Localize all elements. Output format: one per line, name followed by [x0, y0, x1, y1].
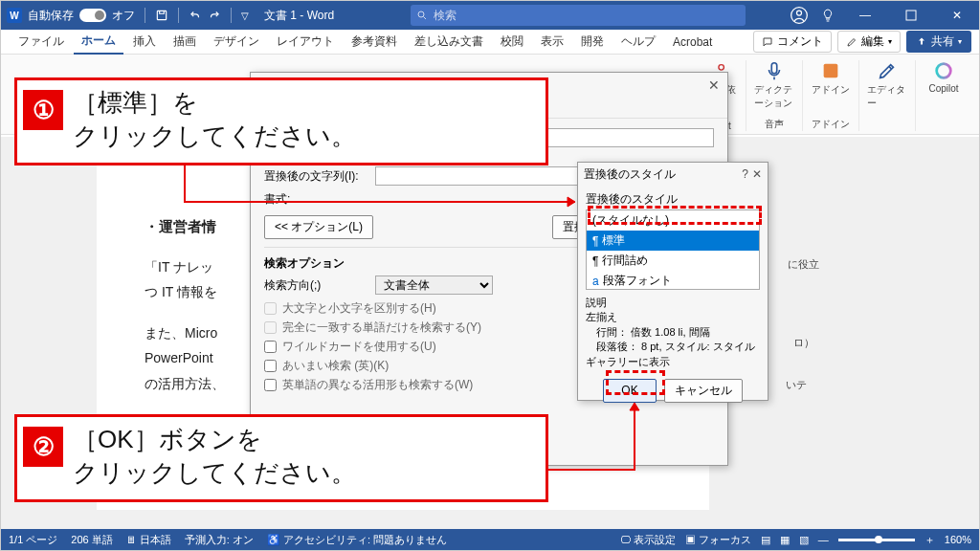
tab-insert[interactable]: 挿入	[125, 30, 164, 54]
help-button[interactable]: ?	[742, 167, 748, 181]
tab-design[interactable]: デザイン	[206, 30, 267, 54]
tab-view[interactable]: 表示	[533, 30, 571, 54]
copilot-button[interactable]: Copilot	[924, 60, 964, 94]
status-page[interactable]: 1/1 ページ	[9, 533, 57, 547]
close-button[interactable]: ✕	[935, 1, 979, 30]
zoom-slider[interactable]	[838, 539, 915, 541]
view-print-icon[interactable]: ▤	[761, 534, 770, 546]
status-lang[interactable]: 🗏 日本語	[126, 533, 171, 547]
tab-review[interactable]: 校閲	[493, 30, 531, 54]
autosave-toggle[interactable]: 自動保存 オフ	[28, 8, 135, 24]
style-item-nospace[interactable]: ¶行間詰め	[587, 251, 759, 271]
svg-rect-7	[824, 64, 838, 78]
tab-help[interactable]: ヘルプ	[613, 30, 663, 54]
addin-button[interactable]: アドイン	[811, 60, 851, 97]
tab-mailings[interactable]: 差し込み文書	[407, 30, 491, 54]
status-bar: 1/1 ページ 206 単語 🗏 日本語 予測入力: オン ♿ アクセシビリティ…	[1, 529, 979, 550]
ribbon-group-copilot: Copilot	[916, 60, 971, 131]
svg-rect-6	[771, 63, 777, 74]
view-read-icon[interactable]: ▦	[780, 534, 790, 546]
style-dialog: 置換後のスタイル ? ✕ 置換後のスタイル (スタイルなし) ¶標準 ¶行間詰め…	[577, 162, 768, 401]
status-display[interactable]: 🖵 表示設定	[620, 533, 676, 547]
zoom-out[interactable]: ―	[818, 534, 829, 545]
style-list[interactable]: (スタイルなし) ¶標準 ¶行間詰め a段落フォント a見出し 1 (文字) ¶…	[586, 209, 760, 290]
share-button[interactable]: 共有 ▾	[906, 31, 971, 53]
zoom-in[interactable]: ＋	[924, 533, 935, 547]
comments-button[interactable]: コメント	[753, 31, 832, 53]
maximize-button[interactable]	[889, 1, 933, 30]
account-icon[interactable]	[788, 4, 811, 27]
editor-button[interactable]: エディター	[867, 60, 907, 110]
status-predict[interactable]: 予測入力: オン	[185, 533, 254, 547]
tab-layout[interactable]: レイアウト	[269, 30, 342, 54]
redo-icon[interactable]	[208, 9, 221, 22]
lightbulb-icon[interactable]	[816, 4, 839, 27]
svg-point-8	[937, 64, 951, 78]
tab-draw[interactable]: 描画	[166, 30, 204, 54]
editing-mode-button[interactable]: 編集 ▾	[837, 31, 901, 53]
style-dialog-close[interactable]: ✕	[752, 167, 762, 181]
tab-home[interactable]: ホーム	[74, 29, 123, 55]
status-words[interactable]: 206 単語	[71, 533, 112, 547]
instruction-callout-1: ① ［標準］を クリックしてください。	[14, 77, 548, 165]
ribbon-group-addin: アドイン アドイン	[803, 60, 859, 131]
ribbon-group-voice: ディクテーション 音声	[746, 60, 803, 131]
search-direction-select[interactable]: 文書全体	[375, 276, 493, 295]
style-item-parafont[interactable]: a段落フォント	[587, 271, 759, 290]
tab-references[interactable]: 参考資料	[344, 30, 405, 54]
view-web-icon[interactable]: ▧	[799, 534, 809, 546]
tab-file[interactable]: ファイル	[11, 30, 72, 54]
undo-icon[interactable]	[189, 9, 202, 22]
status-a11y[interactable]: ♿ アクセシビリティ: 問題ありません	[267, 533, 447, 547]
search-icon	[416, 10, 428, 21]
style-item-normal[interactable]: ¶標準	[587, 231, 759, 251]
minimize-button[interactable]: ―	[843, 1, 887, 30]
dictation-button[interactable]: ディクテーション	[754, 60, 794, 110]
tab-developer[interactable]: 開発	[573, 30, 612, 54]
ribbon-tabs: ファイル ホーム 挿入 描画 デザイン レイアウト 参考資料 差し込み文書 校閲…	[1, 30, 979, 55]
document-title: 文書 1 - Word	[264, 8, 334, 24]
svg-rect-4	[906, 11, 916, 20]
zoom-level[interactable]: 160%	[945, 534, 971, 545]
dialog-close-button[interactable]: ✕	[708, 77, 720, 93]
search-box[interactable]: 検索	[411, 5, 746, 26]
ribbon-group-editor: エディター	[859, 60, 916, 131]
svg-point-5	[719, 65, 724, 71]
word-icon: W	[7, 8, 22, 23]
instruction-callout-2: ② ［OK］ボタンを クリックしてください。	[14, 414, 548, 502]
svg-point-3	[797, 11, 802, 15]
tab-acrobat[interactable]: Acrobat	[665, 32, 720, 53]
cancel-button[interactable]: キャンセル	[664, 379, 743, 403]
save-icon[interactable]	[155, 9, 168, 22]
style-item-none[interactable]: (スタイルなし)	[587, 210, 759, 231]
svg-rect-0	[157, 11, 166, 19]
svg-point-1	[418, 11, 424, 17]
title-bar: W 自動保存 オフ ▽ 文書 1 - Word 検索 ― ✕	[1, 1, 979, 30]
status-focus[interactable]: ▣ フォーカス	[685, 533, 751, 547]
